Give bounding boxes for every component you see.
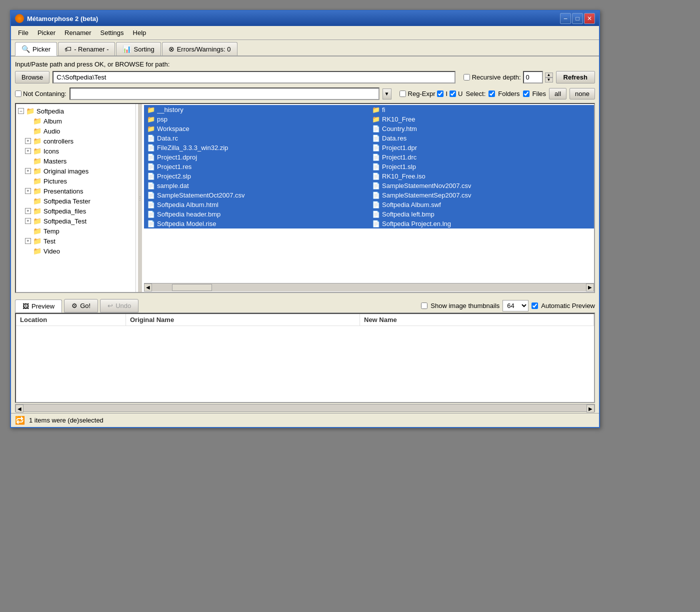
- tab-renamer[interactable]: 🏷 - Renamer -: [58, 42, 115, 56]
- tree-item-softpedia[interactable]: – 📁 Softpedia: [16, 106, 136, 116]
- depth-up-button[interactable]: ▲: [545, 72, 553, 78]
- tree-label-masters: Masters: [44, 158, 66, 165]
- select-all-button[interactable]: all: [549, 88, 566, 100]
- preview-tab[interactable]: 🖼 Preview: [15, 300, 62, 312]
- tab-picker[interactable]: 🔍 Picker: [15, 42, 57, 56]
- file-item[interactable]: 📄Softpedia header.bmp: [144, 210, 369, 219]
- menu-renamer[interactable]: Renamer: [60, 28, 95, 38]
- tree-files-splitter[interactable]: ⋮: [138, 104, 142, 292]
- refresh-button[interactable]: Refresh: [556, 71, 595, 84]
- files-checkbox[interactable]: [523, 90, 530, 97]
- tree-item-controllers[interactable]: + 📁 controllers: [23, 136, 136, 146]
- depth-down-button[interactable]: ▼: [545, 78, 553, 82]
- hscroll-thumb[interactable]: [172, 284, 212, 291]
- preview-area: Location Original Name New Name: [15, 313, 595, 403]
- file-item[interactable]: 📄Project1.drc: [369, 152, 594, 162]
- file-item[interactable]: 📁psp: [144, 114, 369, 124]
- go-button[interactable]: ⚙ Go!: [64, 299, 98, 312]
- thumb-size-select[interactable]: 16324864128: [502, 300, 528, 312]
- expand-original-images[interactable]: +: [25, 168, 31, 174]
- tree-item-temp[interactable]: 📁 Temp: [23, 226, 136, 236]
- auto-preview-checkbox[interactable]: [532, 302, 538, 309]
- file-item[interactable]: 📄Softpedia Album.html: [144, 200, 369, 210]
- tree-item-softpedia-files[interactable]: + 📁 Softpedia_files: [23, 206, 136, 216]
- regexpr-checkbox[interactable]: [400, 90, 406, 97]
- expand-softpedia-files[interactable]: +: [25, 208, 31, 214]
- file-item[interactable]: 📄Project1.dproj: [144, 152, 369, 162]
- u-checkbox[interactable]: [450, 90, 456, 97]
- file-item[interactable]: 📄Project1.slp: [369, 162, 594, 172]
- maximize-button[interactable]: □: [572, 13, 583, 24]
- expand-presentations[interactable]: +: [25, 188, 31, 194]
- preview-hscroll-right[interactable]: ▶: [586, 404, 594, 412]
- file-item[interactable]: 📄RK10_Free.iso: [369, 172, 594, 181]
- tree-label-audio: Audio: [44, 128, 60, 135]
- tab-errors[interactable]: ⊗ Errors/Warnings: 0: [162, 42, 238, 56]
- tree-item-album[interactable]: 📁 Album: [23, 116, 136, 126]
- not-containing-checkbox[interactable]: [15, 90, 22, 97]
- file-item[interactable]: 📄SampleStatementOct2007.csv: [144, 190, 369, 200]
- file-item[interactable]: 📄FileZilla_3.3.3_win32.zip: [144, 143, 369, 152]
- path-input[interactable]: [52, 71, 455, 84]
- minimize-button[interactable]: –: [560, 13, 571, 24]
- expand-icons[interactable]: +: [25, 148, 31, 154]
- select-none-button[interactable]: none: [570, 88, 595, 100]
- file-item[interactable]: 📁Workspace: [144, 124, 369, 134]
- file-item[interactable]: 📄Country.htm: [369, 124, 594, 134]
- tree-item-icons[interactable]: + 📁 Icons: [23, 146, 136, 156]
- tree-item-masters[interactable]: 📁 Masters: [23, 156, 136, 166]
- preview-hscroll-left[interactable]: ◀: [16, 404, 24, 412]
- file-item[interactable]: 📄Project1.res: [144, 162, 369, 172]
- file-item[interactable]: 📄SampleStatementSep2007.csv: [369, 190, 594, 200]
- tree-item-softpedia-tester[interactable]: 📁 Softpedia Tester: [23, 196, 136, 206]
- tree-item-audio[interactable]: 📁 Audio: [23, 126, 136, 136]
- regexpr-group: Reg-Expr I U: [400, 90, 463, 98]
- file-item[interactable]: 📄Softpedia left.bmp: [369, 210, 594, 219]
- close-button[interactable]: ✕: [584, 13, 595, 24]
- file-item[interactable]: 📄Data.rc: [144, 134, 369, 143]
- expand-softpedia[interactable]: –: [18, 108, 24, 114]
- i-checkbox[interactable]: [437, 90, 444, 97]
- tree-item-video[interactable]: 📁 Video: [23, 246, 136, 256]
- file-item[interactable]: 📄Softpedia Project.en.lng: [369, 219, 594, 228]
- browse-button[interactable]: Browse: [15, 71, 50, 84]
- file-item[interactable]: 📄Softpedia Model.rise: [144, 219, 369, 228]
- expand-softpedia-test[interactable]: +: [25, 218, 31, 224]
- hscroll-left-button[interactable]: ◀: [144, 284, 152, 292]
- depth-input[interactable]: [523, 71, 543, 84]
- file-item[interactable]: 📄SampleStatementNov2007.csv: [369, 181, 594, 190]
- file-item[interactable]: 📁RK10_Free: [369, 114, 594, 124]
- filter-input[interactable]: [70, 88, 380, 100]
- recursive-checkbox[interactable]: [464, 74, 470, 80]
- preview-hscroll-track[interactable]: [24, 404, 586, 412]
- menu-help[interactable]: Help: [129, 28, 150, 38]
- tab-sorting[interactable]: 📊 Sorting: [116, 42, 160, 56]
- file-name-label: Softpedia Album.swf: [382, 201, 441, 208]
- tree-item-softpedia-test[interactable]: + 📁 Softpedia_Test: [23, 216, 136, 226]
- file-item[interactable]: 📄Project1.dpr: [369, 143, 594, 152]
- file-item[interactable]: 📄sample.dat: [144, 181, 369, 190]
- tree-item-original-images[interactable]: + 📁 Original images: [23, 166, 136, 176]
- tree-label-temp: Temp: [44, 228, 60, 235]
- preview-hscrollbar: ◀ ▶: [15, 404, 595, 412]
- tree-item-presentations[interactable]: + 📁 Presentations: [23, 186, 136, 196]
- menu-settings[interactable]: Settings: [96, 28, 128, 38]
- folders-checkbox[interactable]: [488, 90, 495, 97]
- undo-button[interactable]: ↩ Undo: [100, 299, 138, 312]
- show-thumbnails-checkbox[interactable]: [421, 302, 428, 309]
- file-item[interactable]: 📄Data.res: [369, 134, 594, 143]
- window-title: Métamorphose 2 (beta): [27, 15, 98, 22]
- hscroll-right-button[interactable]: ▶: [586, 284, 594, 292]
- tree-item-pictures[interactable]: 📁 Pictures: [23, 176, 136, 186]
- menu-file[interactable]: File: [14, 28, 32, 38]
- menu-picker[interactable]: Picker: [34, 28, 60, 38]
- expand-controllers[interactable]: +: [25, 138, 31, 144]
- file-item[interactable]: 📁fi: [369, 105, 594, 114]
- file-item[interactable]: 📄Project2.slp: [144, 172, 369, 181]
- hscroll-track[interactable]: [152, 284, 586, 292]
- filter-dropdown-button[interactable]: ▼: [382, 88, 392, 100]
- file-item[interactable]: 📁__history: [144, 105, 369, 114]
- file-item[interactable]: 📄Softpedia Album.swf: [369, 200, 594, 210]
- tree-item-test[interactable]: + 📁 Test: [23, 236, 136, 246]
- expand-test[interactable]: +: [25, 238, 31, 244]
